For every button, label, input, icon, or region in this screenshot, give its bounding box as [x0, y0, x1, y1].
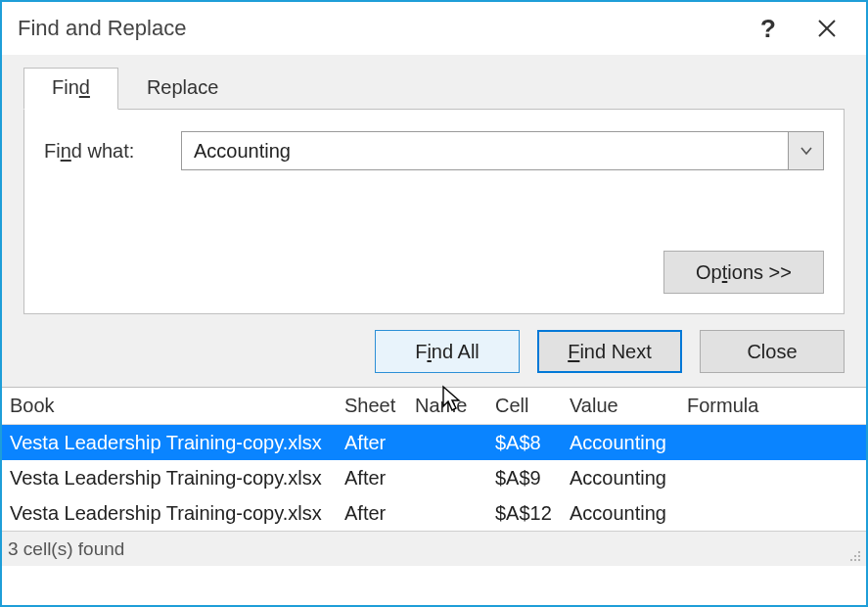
- svg-point-5: [850, 559, 852, 561]
- svg-point-6: [854, 559, 856, 561]
- find-what-combo[interactable]: [181, 131, 824, 170]
- find-next-button[interactable]: Find Next: [537, 330, 682, 373]
- tab-replace[interactable]: Replace: [118, 68, 247, 109]
- status-text: 3 cell(s) found: [8, 538, 124, 560]
- button-row: Find All Find Next Close: [23, 314, 845, 387]
- tab-strip: Find Replace: [23, 66, 845, 109]
- results-row[interactable]: Vesta Leadership Training-copy.xlsxAfter…: [2, 495, 866, 531]
- svg-point-7: [858, 559, 860, 561]
- close-icon: [817, 19, 837, 38]
- col-header-sheet[interactable]: Sheet: [344, 395, 415, 417]
- cell-value: Accounting: [570, 502, 687, 525]
- cell-book: Vesta Leadership Training-copy.xlsx: [10, 432, 344, 454]
- options-button[interactable]: Options >>: [663, 251, 824, 294]
- col-header-cell[interactable]: Cell: [495, 395, 570, 417]
- find-what-input[interactable]: [182, 132, 788, 169]
- col-header-book[interactable]: Book: [10, 395, 344, 417]
- svg-point-3: [854, 555, 856, 557]
- chevron-down-icon: [799, 146, 813, 156]
- find-panel: Find what: Options >>: [23, 109, 845, 314]
- cell-sheet: After: [344, 432, 415, 454]
- cell-cell: $A$12: [495, 502, 570, 525]
- results-header[interactable]: Book Sheet Name Cell Value Formula: [2, 388, 866, 425]
- find-what-label: Find what:: [44, 140, 163, 163]
- cell-book: Vesta Leadership Training-copy.xlsx: [10, 467, 344, 490]
- resize-grip-icon[interactable]: [846, 547, 862, 563]
- help-button[interactable]: ?: [739, 2, 798, 55]
- client-area: Find Replace Find what: Options >>: [2, 55, 866, 605]
- results-row[interactable]: Vesta Leadership Training-copy.xlsxAfter…: [2, 425, 866, 460]
- svg-point-2: [858, 551, 860, 553]
- results-row[interactable]: Vesta Leadership Training-copy.xlsxAfter…: [2, 460, 866, 495]
- find-replace-dialog: Find and Replace ? Find Replace Find wha…: [0, 0, 868, 607]
- window-close-button[interactable]: [798, 2, 856, 55]
- cell-value: Accounting: [570, 467, 687, 490]
- cell-cell: $A$9: [495, 467, 570, 490]
- cell-sheet: After: [344, 467, 415, 490]
- find-what-dropdown-button[interactable]: [788, 132, 823, 169]
- cell-value: Accounting: [570, 432, 687, 454]
- svg-point-4: [858, 555, 860, 557]
- titlebar: Find and Replace ?: [2, 2, 866, 55]
- results-list[interactable]: Book Sheet Name Cell Value Formula Vesta…: [2, 387, 866, 531]
- col-header-value[interactable]: Value: [570, 395, 687, 417]
- tab-find[interactable]: Find: [23, 68, 118, 110]
- status-bar: 3 cell(s) found: [2, 531, 866, 566]
- col-header-formula[interactable]: Formula: [687, 395, 858, 417]
- col-header-name[interactable]: Name: [415, 395, 495, 417]
- cell-cell: $A$8: [495, 432, 570, 454]
- find-all-button[interactable]: Find All: [375, 330, 520, 373]
- top-panel: Find Replace Find what: Options >>: [2, 55, 866, 387]
- cell-book: Vesta Leadership Training-copy.xlsx: [10, 502, 344, 525]
- cell-sheet: After: [344, 502, 415, 525]
- close-button[interactable]: Close: [700, 330, 845, 373]
- window-title: Find and Replace: [18, 16, 739, 41]
